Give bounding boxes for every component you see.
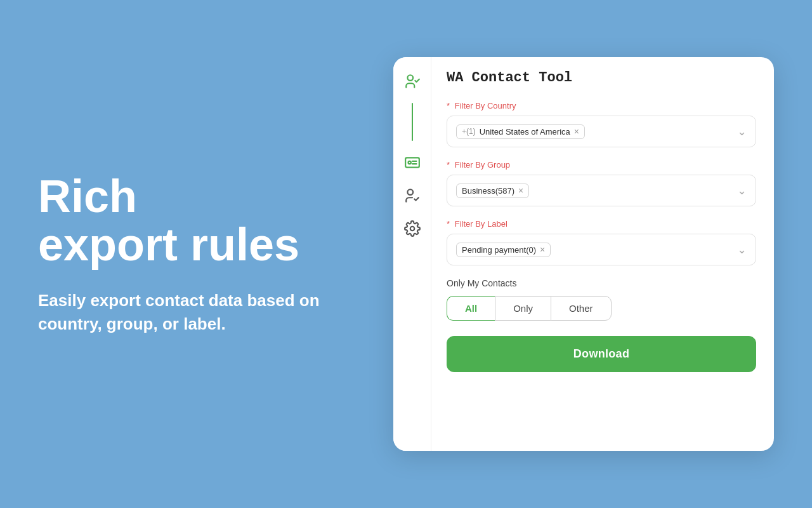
country-tag-remove[interactable]: × xyxy=(574,127,579,136)
only-my-contacts-section: Only My Contacts All Only Other xyxy=(447,278,756,321)
left-panel: Rich export rules Easily export contact … xyxy=(38,173,368,335)
group-tag-name: Business(587) xyxy=(462,186,514,196)
page-wrapper: Rich export rules Easily export contact … xyxy=(0,0,812,508)
country-tag-code: +(1) xyxy=(462,127,476,136)
svg-point-0 xyxy=(407,75,413,81)
country-chevron-icon: ⌄ xyxy=(737,124,747,138)
toggle-all-button[interactable]: All xyxy=(447,296,495,321)
label-tag: Pending payment(0) × xyxy=(456,243,551,257)
label-select[interactable]: Pending payment(0) × ⌄ xyxy=(447,234,756,265)
filter-country-section: * Filter By Country +(1) United States o… xyxy=(447,101,756,147)
group-select[interactable]: Business(587) × ⌄ xyxy=(447,175,756,206)
country-tags: +(1) United States of America × xyxy=(456,124,732,139)
filter-label-label: * Filter By Label xyxy=(447,219,756,229)
toggle-group: All Only Other xyxy=(447,296,756,321)
filter-label-section: * Filter By Label Pending payment(0) × ⌄ xyxy=(447,219,756,265)
filter-group-section: * Filter By Group Business(587) × ⌄ xyxy=(447,160,756,206)
only-my-contacts-label: Only My Contacts xyxy=(447,278,756,288)
label-chevron-icon: ⌄ xyxy=(737,243,747,257)
country-select[interactable]: +(1) United States of America × ⌄ xyxy=(447,116,756,147)
group-tags: Business(587) × xyxy=(456,184,732,198)
toggle-other-button[interactable]: Other xyxy=(551,296,612,321)
download-button[interactable]: Download xyxy=(447,336,756,372)
card-title: WA Contact Tool xyxy=(447,70,756,86)
label-tags: Pending payment(0) × xyxy=(456,243,732,257)
contacts-check-icon[interactable] xyxy=(398,182,426,210)
svg-point-6 xyxy=(410,227,414,231)
filter-group-label: * Filter By Group xyxy=(447,160,756,170)
svg-point-5 xyxy=(407,189,413,195)
headline-line2: export rules xyxy=(38,219,299,270)
filter-country-label: * Filter By Country xyxy=(447,101,756,110)
sidebar xyxy=(393,57,431,451)
headline-line1: Rich xyxy=(38,171,137,222)
contacts-export-icon[interactable] xyxy=(398,67,426,95)
svg-point-2 xyxy=(408,161,410,164)
settings-icon[interactable] xyxy=(398,215,426,243)
label-tag-name: Pending payment(0) xyxy=(462,245,536,255)
main-card: WA Contact Tool * Filter By Country +(1)… xyxy=(393,57,774,451)
contacts-list-icon[interactable] xyxy=(398,149,426,177)
country-tag: +(1) United States of America × xyxy=(456,124,585,139)
headline: Rich export rules xyxy=(38,173,368,269)
group-tag: Business(587) × xyxy=(456,184,529,198)
card-content: WA Contact Tool * Filter By Country +(1)… xyxy=(431,57,774,451)
subtext: Easily export contact data based on coun… xyxy=(38,289,368,335)
group-tag-remove[interactable]: × xyxy=(518,186,523,195)
country-tag-name: United States of America xyxy=(480,127,570,137)
label-tag-remove[interactable]: × xyxy=(540,245,545,254)
toggle-only-button[interactable]: Only xyxy=(495,296,551,321)
group-chevron-icon: ⌄ xyxy=(737,184,747,197)
